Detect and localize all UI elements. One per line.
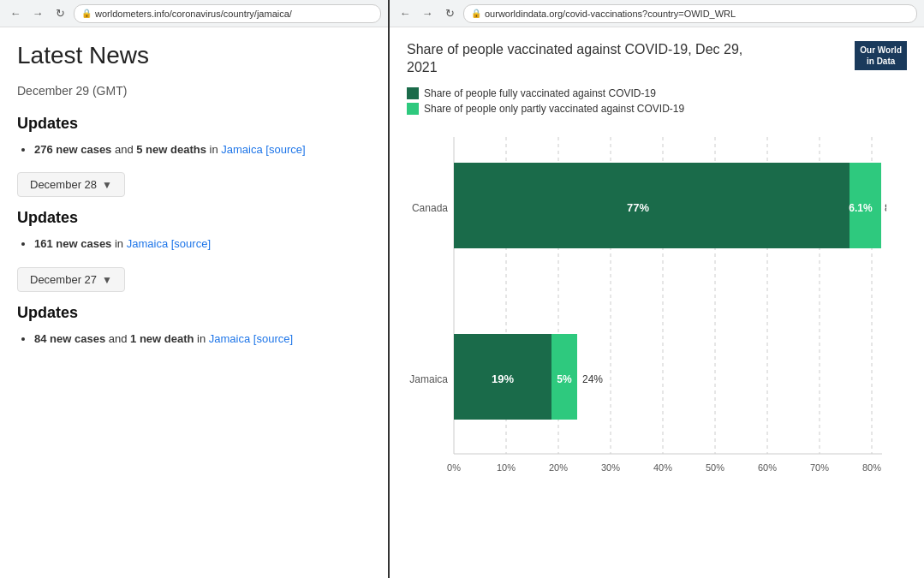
jamaica-partial-label: 5%: [557, 373, 572, 385]
list-item: 161 new cases in Jamaica [source]: [34, 235, 371, 253]
update3-source-link[interactable]: [source]: [253, 332, 293, 345]
list-item: 84 new cases and 1 new death in Jamaica …: [34, 331, 371, 349]
reload-button[interactable]: ↻: [51, 5, 69, 22]
lock-icon-left: 🔒: [81, 9, 92, 18]
address-bar-left[interactable]: 🔒 worldometers.info/coronavirus/country/…: [74, 4, 381, 23]
updates-title-1: Updates: [17, 115, 371, 133]
update3-country-link[interactable]: Jamaica: [209, 332, 250, 345]
x-label-20: 20%: [549, 462, 568, 473]
lock-icon-right: 🔒: [471, 9, 481, 18]
owid-logo-line1: Our World: [860, 45, 902, 55]
x-label-60: 60%: [758, 462, 777, 473]
right-content: Share of people vaccinated against COVID…: [390, 27, 924, 578]
owid-logo-line2: in Data: [867, 57, 895, 66]
update3-in: in: [194, 332, 208, 345]
canada-y-label: Canada: [412, 202, 448, 214]
x-label-70: 70%: [810, 462, 829, 473]
right-pane: ← → ↻ 🔒 ourworldindata.org/covid-vaccina…: [390, 0, 924, 578]
update1-cases: 276 new cases: [34, 143, 111, 156]
dec28-arrow-icon: ▼: [102, 179, 112, 191]
x-label-40: 40%: [653, 462, 672, 473]
page-title: Latest News: [17, 41, 371, 70]
legend: Share of people fully vaccinated against…: [407, 87, 907, 115]
dec28-collapse-button[interactable]: December 28 ▼: [17, 172, 125, 197]
update2-in: in: [111, 237, 126, 250]
dec27-label: December 27: [30, 273, 97, 286]
browser-bar-right: ← → ↻ 🔒 ourworldindata.org/covid-vaccina…: [390, 0, 924, 27]
left-content: Latest News December 29 (GMT) Updates 27…: [0, 27, 388, 578]
forward-button-right[interactable]: →: [419, 5, 436, 22]
reload-button-right[interactable]: ↻: [441, 5, 458, 22]
update2-country-link[interactable]: Jamaica: [127, 237, 168, 250]
update3-deaths: 1 new death: [130, 332, 194, 345]
updates-title-2: Updates: [17, 209, 371, 227]
chart-title: Share of people vaccinated against COVID…: [407, 41, 766, 77]
legend-item-full: Share of people fully vaccinated against…: [407, 87, 907, 99]
legend-label-full: Share of people fully vaccinated against…: [424, 87, 656, 99]
update3-and: and: [105, 332, 130, 345]
legend-item-partial: Share of people only partly vaccinated a…: [407, 103, 907, 115]
canada-full-bar: [454, 163, 849, 248]
x-label-30: 30%: [601, 462, 620, 473]
chart-header: Share of people vaccinated against COVID…: [407, 41, 907, 77]
x-label-10: 10%: [497, 462, 516, 473]
address-bar-right[interactable]: 🔒 ourworldindata.org/covid-vaccinations?…: [463, 4, 917, 23]
update1-country-link[interactable]: Jamaica: [221, 143, 262, 156]
dec27-collapse-button[interactable]: December 27 ▼: [17, 267, 125, 292]
legend-label-partial: Share of people only partly vaccinated a…: [424, 103, 684, 115]
jamaica-y-label: Jamaica: [409, 373, 448, 385]
forward-button[interactable]: →: [29, 5, 46, 22]
url-left: worldometers.info/coronavirus/country/ja…: [95, 9, 292, 19]
update1-source-link[interactable]: [source]: [265, 143, 305, 156]
updates-list-3: 84 new cases and 1 new death in Jamaica …: [17, 331, 371, 349]
canada-total-label: 83%: [885, 202, 886, 214]
owid-logo: Our World in Data: [855, 41, 907, 70]
update1-deaths: 5 new deaths: [136, 143, 206, 156]
url-right: ourworldindata.org/covid-vaccinations?co…: [485, 9, 736, 19]
update1-and: and: [111, 143, 136, 156]
updates-title-3: Updates: [17, 304, 371, 322]
legend-color-partial: [407, 103, 419, 115]
updates-list-2: 161 new cases in Jamaica [source]: [17, 235, 371, 253]
back-button[interactable]: ←: [7, 5, 24, 22]
update2-cases: 161 new cases: [34, 237, 111, 250]
left-pane: ← → ↻ 🔒 worldometers.info/coronavirus/co…: [0, 0, 390, 578]
list-item: 276 new cases and 5 new deaths in Jamaic…: [34, 141, 371, 159]
back-button-right[interactable]: ←: [396, 5, 414, 22]
update1-in: in: [206, 143, 221, 156]
date-section1: December 29 (GMT): [17, 84, 371, 98]
update3-cases: 84 new cases: [34, 332, 105, 345]
x-label-50: 50%: [706, 462, 724, 473]
x-label-80: 80%: [862, 462, 881, 473]
x-label-0: 0%: [447, 462, 461, 473]
legend-color-full: [407, 87, 419, 99]
dec28-label: December 28: [30, 178, 97, 191]
update2-source-link[interactable]: [source]: [171, 237, 211, 250]
bar-chart: 77% 6.1% 83% Canada 19% 5% 24% Jamaica 0…: [407, 128, 886, 497]
jamaica-full-label: 19%: [492, 372, 514, 385]
jamaica-total-label: 24%: [582, 373, 603, 385]
dec27-arrow-icon: ▼: [102, 274, 112, 286]
canada-partial-label: 6.1%: [849, 202, 873, 214]
chart-area: 77% 6.1% 83% Canada 19% 5% 24% Jamaica 0…: [407, 128, 907, 500]
browser-bar-left: ← → ↻ 🔒 worldometers.info/coronavirus/co…: [0, 0, 388, 27]
canada-full-label: 77%: [627, 201, 649, 214]
updates-list-1: 276 new cases and 5 new deaths in Jamaic…: [17, 141, 371, 159]
